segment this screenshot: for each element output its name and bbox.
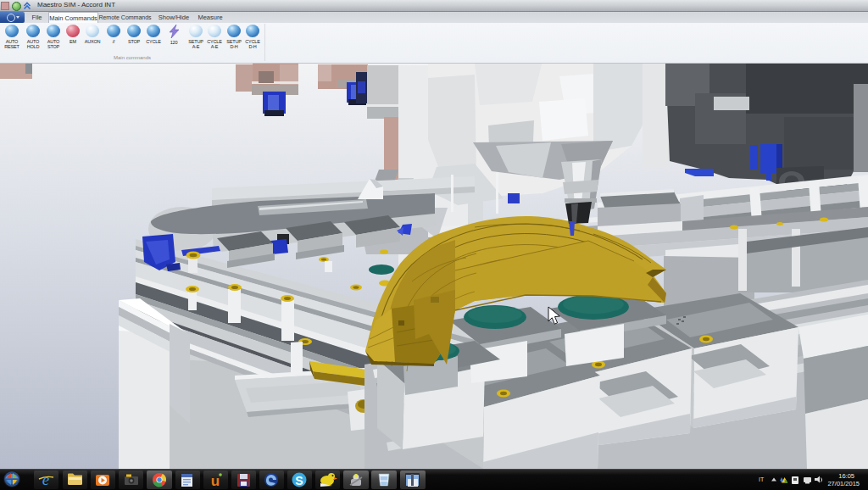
svg-text:u: u	[211, 473, 220, 489]
svg-text:27/01/2015: 27/01/2015	[827, 480, 860, 487]
svg-text:16:05: 16:05	[838, 472, 854, 480]
svg-text:e: e	[42, 471, 49, 488]
svg-text:IT: IT	[759, 476, 765, 482]
svg-text:S: S	[295, 474, 303, 487]
